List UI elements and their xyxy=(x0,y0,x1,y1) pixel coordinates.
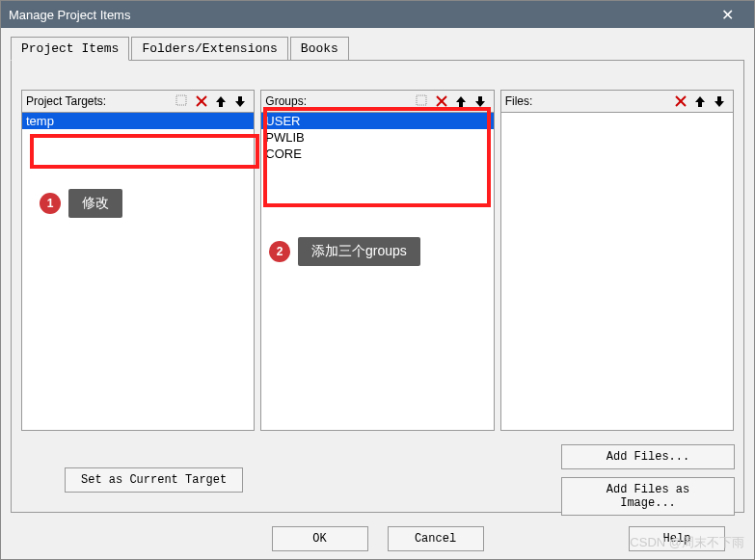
window-title: Manage Project Items xyxy=(9,8,708,22)
delete-target-button[interactable] xyxy=(193,93,210,110)
move-up-file-button[interactable] xyxy=(691,93,709,110)
list-item[interactable]: CORE xyxy=(261,146,493,162)
svg-rect-3 xyxy=(417,95,426,105)
list-item[interactable]: USER xyxy=(261,113,493,129)
targets-label: Project Targets: xyxy=(26,94,173,108)
cancel-button[interactable]: Cancel xyxy=(388,526,484,551)
arrow-up-icon xyxy=(454,94,468,108)
close-icon: ✕ xyxy=(721,6,734,24)
list-item[interactable]: temp xyxy=(22,113,254,129)
arrow-up-icon xyxy=(214,94,228,108)
delete-file-button[interactable] xyxy=(672,93,689,110)
groups-header: Groups: xyxy=(260,90,494,113)
column-files: Files: xyxy=(500,90,734,431)
move-up-target-button[interactable] xyxy=(212,93,229,110)
delete-icon xyxy=(674,94,688,108)
files-header: Files: xyxy=(500,90,734,113)
set-current-target-button[interactable]: Set as Current Target xyxy=(65,467,243,493)
annotation-text-1: 修改 xyxy=(68,189,122,218)
delete-group-button[interactable] xyxy=(433,93,450,110)
tab-strip: Project Items Folders/Extensions Books xyxy=(1,28,754,60)
add-files-button[interactable]: Add Files... xyxy=(561,444,735,469)
tab-books[interactable]: Books xyxy=(290,37,349,61)
move-down-group-button[interactable] xyxy=(472,93,489,110)
dialog-window: Manage Project Items ✕ Project Items Fol… xyxy=(0,0,755,560)
files-list[interactable] xyxy=(500,113,734,431)
new-icon xyxy=(416,94,429,108)
help-button[interactable]: Help xyxy=(629,526,725,551)
move-up-group-button[interactable] xyxy=(452,93,470,110)
delete-icon xyxy=(435,94,448,108)
annotation-badge-2: 2 xyxy=(269,241,290,262)
targets-header: Project Targets: xyxy=(21,90,255,113)
arrow-down-icon xyxy=(233,94,247,108)
close-button[interactable]: ✕ xyxy=(708,1,746,28)
right-actions: Add Files... Add Files as Image... xyxy=(561,444,735,516)
move-down-target-button[interactable] xyxy=(231,93,249,110)
new-group-button[interactable] xyxy=(414,93,431,110)
new-icon xyxy=(175,94,189,108)
column-targets: Project Targets: temp xyxy=(21,90,255,431)
groups-label: Groups: xyxy=(265,94,412,108)
left-actions: Set as Current Target xyxy=(65,467,243,493)
tab-folders-extensions[interactable]: Folders/Extensions xyxy=(131,37,287,61)
title-bar: Manage Project Items ✕ xyxy=(1,1,754,28)
arrow-down-icon xyxy=(473,94,487,108)
move-down-file-button[interactable] xyxy=(711,93,728,110)
annotation-2: 2 添加三个groups xyxy=(269,237,420,266)
annotation-1: 1 修改 xyxy=(40,189,122,218)
files-label: Files: xyxy=(505,94,671,108)
list-item[interactable]: PWLIB xyxy=(261,129,493,146)
tab-project-items[interactable]: Project Items xyxy=(11,37,129,61)
arrow-down-icon xyxy=(713,94,726,108)
arrow-up-icon xyxy=(693,94,707,108)
svg-rect-0 xyxy=(176,95,186,105)
ok-button[interactable]: OK xyxy=(272,526,368,551)
delete-icon xyxy=(195,94,208,108)
annotation-badge-1: 1 xyxy=(40,193,61,214)
annotation-text-2: 添加三个groups xyxy=(298,237,420,266)
targets-list[interactable]: temp xyxy=(21,113,255,431)
groups-list[interactable]: USER PWLIB CORE xyxy=(260,113,494,431)
add-files-as-image-button[interactable]: Add Files as Image... xyxy=(561,477,735,516)
new-target-button[interactable] xyxy=(174,93,191,110)
